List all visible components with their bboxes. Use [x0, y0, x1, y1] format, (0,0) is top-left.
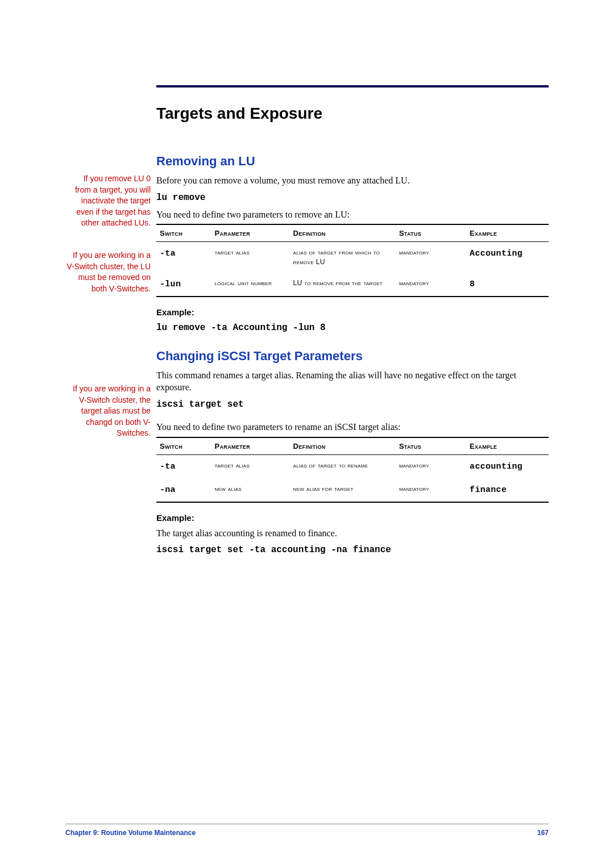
th-switch: Switch [156, 224, 211, 242]
th-example: Example [466, 224, 549, 242]
th-definition: Definition [290, 437, 396, 455]
footer-page-number: 167 [537, 829, 549, 837]
cell-status: mandatory [396, 454, 466, 478]
cell-definition: alias of target to rename [290, 454, 396, 478]
example-label-2: Example: [156, 513, 549, 523]
cell-switch: -na [156, 478, 211, 502]
example-command-2: iscsi target set -ta accounting -na fina… [156, 545, 549, 555]
page-title: Targets and Exposure [156, 105, 549, 123]
example-label-1: Example: [156, 307, 549, 317]
margin-note-2: If you are working in a V-Switch cluster… [65, 250, 151, 294]
cell-status: mandatory [396, 273, 466, 297]
table-row: -lun logical unit number LU to remove fr… [156, 273, 549, 297]
cell-example: 8 [466, 273, 549, 297]
params-table-2: Switch Parameter Definition Status Examp… [156, 437, 549, 503]
example-command-1: lu remove -ta Accounting -lun 8 [156, 323, 549, 333]
table-header-row: Switch Parameter Definition Status Examp… [156, 224, 549, 242]
section2-intro: This command renames a target alias. Ren… [156, 369, 549, 394]
cell-parameter: target alias [211, 454, 290, 478]
cell-parameter: new alias [211, 478, 290, 502]
example-text-2: The target alias accounting is renamed t… [156, 527, 549, 540]
cell-status: mandatory [396, 242, 466, 273]
cell-switch: -ta [156, 454, 211, 478]
page-footer: Chapter 9: Routine Volume Maintenance 16… [65, 824, 549, 837]
section-heading-2: Changing iSCSI Target Parameters [156, 349, 549, 364]
th-example: Example [466, 437, 549, 455]
section2-command: iscsi target set [156, 399, 549, 410]
table-row: -ta target alias alias of target to rena… [156, 454, 549, 478]
th-status: Status [396, 437, 466, 455]
th-switch: Switch [156, 437, 211, 455]
cell-example: Accounting [466, 242, 549, 273]
margin-note-3: If you are working in a V-Switch cluster… [65, 383, 151, 439]
section-heading-1: Removing an LU [156, 154, 549, 169]
table-row: -na new alias new alias for target manda… [156, 478, 549, 502]
section2-desc: You need to define two parameters to ren… [156, 421, 549, 433]
th-status: Status [396, 224, 466, 242]
section1-intro: Before you can remove a volume, you must… [156, 174, 549, 187]
params-table-1: Switch Parameter Definition Status Examp… [156, 224, 549, 297]
page: If you remove LU 0 from a target, you wi… [0, 0, 614, 868]
table-header-row: Switch Parameter Definition Status Examp… [156, 437, 549, 455]
footer-left: Chapter 9: Routine Volume Maintenance [65, 829, 196, 837]
cell-example: finance [466, 478, 549, 502]
th-definition: Definition [290, 224, 396, 242]
cell-example: accounting [466, 454, 549, 478]
cell-status: mandatory [396, 478, 466, 502]
cell-parameter: logical unit number [211, 273, 290, 297]
th-parameter: Parameter [211, 437, 290, 455]
cell-switch: -lun [156, 273, 211, 297]
cell-definition: new alias for target [290, 478, 396, 502]
th-parameter: Parameter [211, 224, 290, 242]
table-row: -ta target alias alias of target from wh… [156, 242, 549, 273]
cell-switch: -ta [156, 242, 211, 273]
cell-definition: alias of target from which to remove LU [290, 242, 396, 273]
cell-parameter: target alias [211, 242, 290, 273]
cell-definition: LU to remove from the target [290, 273, 396, 297]
section1-command: lu remove [156, 193, 549, 203]
main-column: Targets and Exposure Removing an LU Befo… [156, 105, 549, 555]
margin-note-1: If you remove LU 0 from a target, you wi… [65, 173, 151, 229]
section1-desc: You need to define two parameters to rem… [156, 208, 549, 221]
top-rule [156, 85, 549, 87]
